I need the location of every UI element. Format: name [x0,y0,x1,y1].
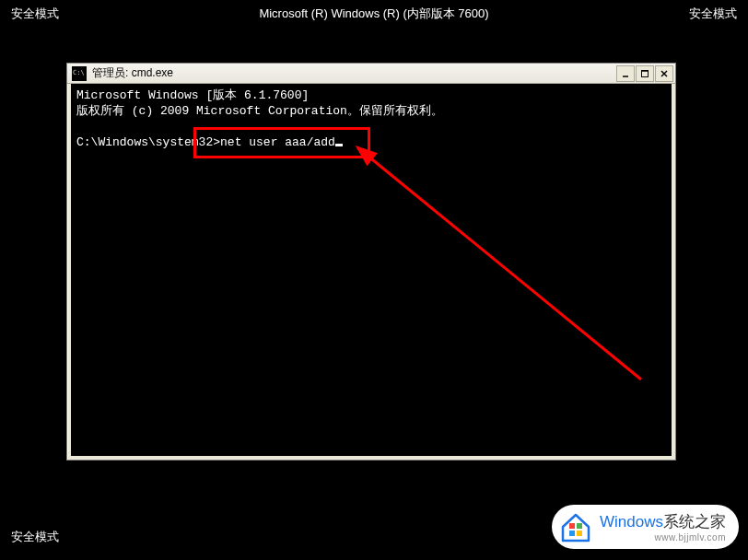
house-logo-icon [559,510,592,543]
maximize-button[interactable] [636,65,654,82]
copyright-line: 版权所有 (c) 2009 Microsoft Corporation。保留所有… [76,104,443,118]
minimize-button[interactable] [616,65,635,82]
watermark-badge: Windows系统之家 www.bjjmlv.com [552,505,739,549]
windows-build-label: Microsoft (R) Windows (R) (内部版本 7600) [259,6,488,22]
title-bar[interactable]: 管理员: cmd.exe [67,64,675,84]
window-title: 管理员: cmd.exe [89,65,616,81]
watermark-brand: Windows系统之家 [600,511,726,532]
close-button[interactable] [655,65,673,82]
watermark-url: www.bjjmlv.com [600,532,726,542]
cursor [335,144,343,146]
safe-mode-indicator-bl: 安全模式 [11,529,59,545]
window-controls [616,65,673,82]
safe-mode-indicator-tl: 安全模式 [11,6,59,22]
prompt-text: C:\Windows\system32> [76,135,220,149]
svg-rect-7 [569,523,575,529]
terminal-output[interactable]: Microsoft Windows [版本 6.1.7600] 版权所有 (c)… [71,84,672,456]
svg-rect-8 [577,523,582,529]
svg-rect-10 [577,531,582,536]
cmd-icon [72,66,87,81]
svg-rect-9 [569,531,575,536]
safe-mode-indicator-tr: 安全模式 [689,6,737,22]
version-line: Microsoft Windows [版本 6.1.7600] [76,88,309,102]
cmd-window[interactable]: 管理员: cmd.exe Microsoft Windows [版本 6.1.7… [66,63,676,461]
command-input[interactable]: net user aaa/add [220,135,335,149]
